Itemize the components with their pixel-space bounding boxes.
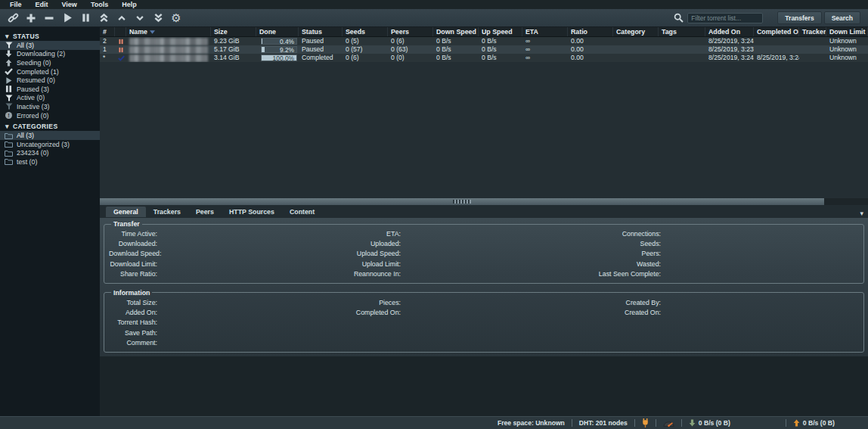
main-area: ▾STATUSAll (3)Downloading (2)Seeding (0)… bbox=[0, 27, 868, 416]
torrent-row[interactable]: 15.17 GiB9.2%Paused0 (57)0 (63)0 B/s0 B/… bbox=[100, 45, 868, 54]
column-header-category[interactable]: Category bbox=[613, 27, 659, 36]
column-header-added_on[interactable]: Added On bbox=[705, 27, 754, 36]
column-header-state[interactable] bbox=[115, 27, 126, 36]
sidebar-section-status[interactable]: ▾STATUS bbox=[0, 31, 100, 41]
cell-num: * bbox=[100, 54, 115, 62]
sidebar-item-categories-test-0[interactable]: test (0) bbox=[0, 157, 100, 166]
cell-up_speed: 0 B/s bbox=[479, 45, 522, 54]
tabbar-dropdown-icon[interactable]: ▾ bbox=[860, 205, 863, 219]
column-header-completed_on[interactable]: Completed On bbox=[754, 27, 799, 36]
search-button[interactable]: Search bbox=[824, 11, 860, 24]
cell-tracker bbox=[799, 37, 826, 45]
cell-size: 9.23 GiB bbox=[211, 37, 256, 45]
field-label-download-speed: Download Speed: bbox=[109, 249, 157, 259]
tab-peers[interactable]: Peers bbox=[188, 207, 222, 217]
cell-name bbox=[126, 54, 211, 62]
progress-label: 9.2% bbox=[280, 47, 294, 53]
column-header-name[interactable]: Name bbox=[126, 27, 211, 36]
download-arrow-icon bbox=[689, 419, 696, 427]
pause-icon[interactable] bbox=[77, 11, 94, 25]
queue-top-icon[interactable] bbox=[95, 11, 112, 25]
sidebar-item-status-errored-0[interactable]: !Errored (0) bbox=[0, 111, 100, 120]
column-header-label: Category bbox=[616, 28, 645, 36]
column-header-tags[interactable]: Tags bbox=[659, 27, 705, 36]
cell-tags bbox=[659, 45, 705, 54]
cell-up_speed: 0 B/s bbox=[479, 37, 522, 45]
add-torrent-icon[interactable] bbox=[23, 11, 39, 25]
cell-tracker bbox=[799, 54, 826, 62]
column-header-done[interactable]: Done bbox=[256, 27, 299, 36]
upload-speed-text: 0 B/s (0 B) bbox=[803, 419, 835, 427]
column-header-status[interactable]: Status bbox=[299, 27, 343, 36]
resume-icon[interactable] bbox=[59, 11, 76, 25]
folder-icon bbox=[5, 132, 13, 139]
sidebar-item-label: All (3) bbox=[17, 42, 34, 49]
menu-help[interactable]: Help bbox=[115, 1, 144, 8]
speed-limit-gauge-icon[interactable] bbox=[663, 419, 674, 427]
column-header-size[interactable]: Size bbox=[211, 27, 256, 36]
column-header-down_speed[interactable]: Down Speed bbox=[433, 27, 479, 36]
torrent-row[interactable]: *3.14 GiB100.0%Completed0 (6)0 (0)0 B/s0… bbox=[100, 54, 868, 62]
transfers-button[interactable]: Transfers bbox=[777, 11, 821, 24]
cell-down_speed: 0 B/s bbox=[433, 54, 479, 62]
column-header-up_speed[interactable]: Up Speed bbox=[479, 27, 522, 36]
add-url-icon[interactable] bbox=[5, 11, 21, 25]
column-header-tracker[interactable]: Tracker bbox=[799, 27, 826, 36]
menu-edit[interactable]: Edit bbox=[29, 1, 55, 8]
menu-tools[interactable]: Tools bbox=[84, 1, 115, 8]
statusbar-separator bbox=[634, 419, 635, 427]
tab-http-sources[interactable]: HTTP Sources bbox=[222, 207, 282, 217]
column-header-label: Ratio bbox=[571, 28, 587, 36]
tab-content[interactable]: Content bbox=[282, 207, 322, 217]
sidebar-item-status-all-3[interactable]: All (3) bbox=[0, 41, 100, 50]
sidebar-section-categories[interactable]: ▾CATEGORIES bbox=[0, 121, 100, 131]
cell-added_on: 8/25/2019, 3:23... bbox=[705, 45, 754, 54]
column-header-peers[interactable]: Peers bbox=[388, 27, 433, 36]
sidebar-item-status-downloading-2[interactable]: Downloading (2) bbox=[0, 50, 100, 59]
sidebar-item-status-inactive-3[interactable]: Inactive (3) bbox=[0, 102, 100, 111]
sidebar-item-status-paused-3[interactable]: Paused (3) bbox=[0, 85, 100, 94]
arrow-down-icon bbox=[5, 50, 13, 58]
field-label-connections: Connections: bbox=[401, 229, 661, 239]
incoming-connections-icon[interactable] bbox=[642, 418, 649, 427]
sidebar-item-categories-all-3[interactable]: All (3) bbox=[0, 131, 100, 140]
sidebar-item-status-seeding-0[interactable]: Seeding (0) bbox=[0, 58, 100, 67]
queue-up-icon[interactable] bbox=[113, 11, 130, 25]
field-label-save-path: Save Path: bbox=[109, 328, 157, 338]
tab-trackers[interactable]: Trackers bbox=[146, 207, 188, 217]
upload-speed-status[interactable]: 0 B/s (0 B) bbox=[793, 419, 835, 427]
remove-torrent-icon[interactable] bbox=[41, 11, 57, 25]
torrent-name-redacted bbox=[129, 46, 208, 54]
column-header-ratio[interactable]: Ratio bbox=[568, 27, 613, 36]
sidebar-item-status-resumed-0[interactable]: Resumed (0) bbox=[0, 76, 100, 85]
sidebar-item-status-completed-1[interactable]: Completed (1) bbox=[0, 67, 100, 76]
column-header-num[interactable]: # bbox=[100, 27, 115, 36]
queue-down-icon[interactable] bbox=[132, 11, 148, 25]
column-header-down_limit[interactable]: Down Limit bbox=[826, 27, 868, 36]
torrent-table-header: #NameSizeDoneStatusSeedsPeersDown SpeedU… bbox=[100, 27, 868, 37]
statusbar-separator bbox=[786, 419, 786, 427]
column-header-seeds[interactable]: Seeds bbox=[343, 27, 388, 36]
tab-general[interactable]: General bbox=[106, 207, 146, 217]
cell-done: 0.4% bbox=[256, 37, 299, 45]
field-label-created-by: Created By: bbox=[401, 298, 661, 308]
column-header-label: Done bbox=[259, 28, 276, 36]
filter-input[interactable] bbox=[687, 13, 763, 23]
cell-completed_on: 8/25/2019, 3:24... bbox=[754, 54, 799, 62]
queue-bottom-icon[interactable] bbox=[150, 11, 166, 25]
download-speed-status[interactable]: 0 B/s (0 B) bbox=[689, 419, 730, 427]
torrent-table-body: 29.23 GiB0.4%Paused0 (5)0 (6)0 B/s0 B/s∞… bbox=[100, 37, 868, 62]
cell-peers: 0 (63) bbox=[388, 45, 433, 54]
sidebar-item-categories-uncategorized-3[interactable]: Uncategorized (3) bbox=[0, 140, 100, 149]
field-label-last-seen-complete: Last Seen Complete: bbox=[401, 269, 661, 279]
panel-splitter-handle[interactable] bbox=[100, 198, 824, 205]
preferences-icon[interactable]: ⚙ bbox=[168, 11, 184, 25]
column-header-eta[interactable]: ETA bbox=[522, 27, 568, 36]
menu-view[interactable]: View bbox=[55, 1, 84, 8]
torrent-row[interactable]: 29.23 GiB0.4%Paused0 (5)0 (6)0 B/s0 B/s∞… bbox=[100, 37, 868, 45]
cell-up_speed: 0 B/s bbox=[479, 54, 522, 62]
sidebar-item-categories-234234-0[interactable]: 234234 (0) bbox=[0, 149, 100, 158]
sidebar-item-status-active-0[interactable]: Active (0) bbox=[0, 94, 100, 103]
dht-status[interactable]: DHT: 201 nodes bbox=[579, 419, 628, 427]
menu-file[interactable]: File bbox=[3, 1, 29, 8]
